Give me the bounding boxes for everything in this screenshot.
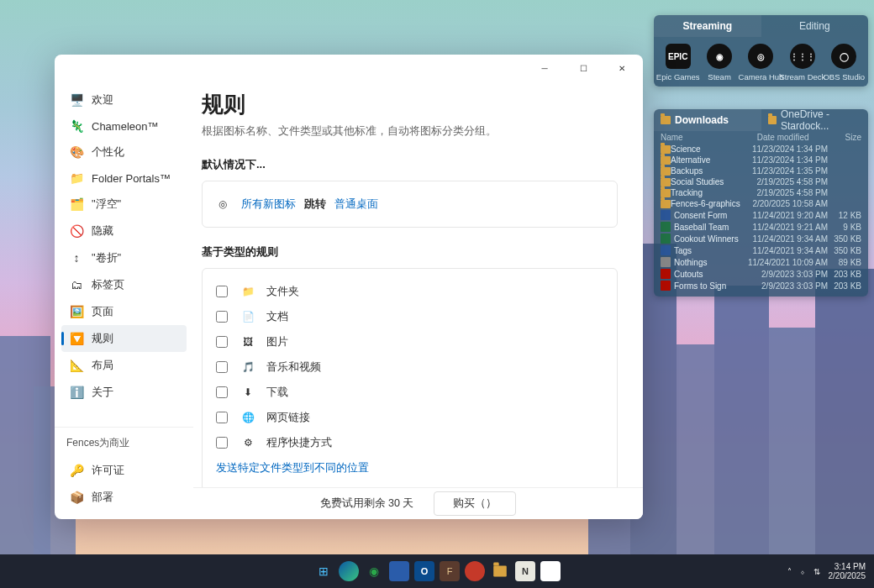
rule-checkbox[interactable] — [216, 336, 228, 348]
tray-icon[interactable]: ⬨ — [800, 567, 805, 576]
fence-tab-downloads[interactable]: Downloads — [654, 109, 761, 131]
sidebar-item[interactable]: 🔽规则 — [61, 325, 187, 352]
file-row[interactable]: Forms to Sign2/9/2023 3:03 PM203 KB — [657, 280, 865, 291]
card-default-rule: ◎ 所有新图标 跳转 普通桌面 — [202, 181, 618, 228]
file-name: Forms to Sign — [674, 281, 761, 291]
file-row[interactable]: Nothings11/24/2021 10:09 AM89 KB — [657, 256, 865, 268]
nav-icon: 🚫 — [70, 224, 83, 238]
file-date: 11/24/2021 9:34 AM — [752, 246, 828, 255]
app-icon[interactable]: O — [414, 561, 434, 581]
fence-app[interactable]: ◎Camera Hub — [740, 44, 781, 81]
file-row[interactable]: Baseball Team11/24/2021 9:21 AM9 KB — [657, 221, 865, 233]
fence-app[interactable]: EPICEpic Games — [658, 44, 698, 81]
app-icon[interactable] — [389, 561, 409, 581]
type-rule-row[interactable]: ⚙程序快捷方式 — [216, 430, 603, 455]
sidebar-item[interactable]: 🔑许可证 — [61, 457, 187, 484]
sidebar-item[interactable]: 📐布局 — [61, 352, 187, 379]
rule-checkbox[interactable] — [216, 386, 228, 398]
fence-app[interactable]: ⋮⋮⋮Stream Deck — [782, 44, 823, 81]
file-explorer-icon[interactable] — [490, 561, 510, 581]
app-icon[interactable]: F — [440, 561, 460, 581]
type-rule-row[interactable]: 🖼图片 — [216, 329, 603, 354]
nav-icon: 📦 — [70, 491, 83, 504]
file-name: Consent Form — [674, 211, 752, 220]
fence-app[interactable]: ◉Steam — [699, 44, 740, 81]
file-row[interactable]: Tracking2/19/2025 4:58 PM — [657, 187, 865, 198]
rule-checkbox[interactable] — [216, 437, 228, 449]
file-name: Tracking — [671, 188, 756, 197]
file-row[interactable]: Backups11/23/2024 1:35 PM — [657, 165, 865, 176]
close-button[interactable]: ✕ — [603, 55, 641, 81]
file-row[interactable]: Social Studies2/19/2025 4:58 PM — [657, 176, 865, 187]
nav-label: 关于 — [92, 385, 113, 400]
fence-app[interactable]: ◯OBS Studio — [824, 44, 864, 81]
sidebar-item[interactable]: 📦部署 — [61, 484, 187, 511]
settings-window: ─ ☐ ✕ 🖥️欢迎🦎Chameleon™🎨个性化📁Folder Portals… — [55, 55, 643, 519]
file-row[interactable]: Consent Form11/24/2021 9:20 AM12 KB — [657, 209, 865, 221]
nav-label: 标签页 — [92, 277, 124, 292]
nav-icon: 📁 — [70, 171, 83, 185]
normal-desktop-link[interactable]: 普通桌面 — [334, 197, 378, 212]
file-date: 11/24/2021 9:34 AM — [752, 234, 828, 244]
start-button[interactable]: ⊞ — [313, 561, 334, 581]
fence-tab-onedrive[interactable]: OneDrive - Stardock... — [761, 109, 869, 131]
type-rule-row[interactable]: ⬇下载 — [216, 380, 603, 405]
sidebar-item[interactable]: 🎨个性化 — [61, 139, 187, 165]
app-label: Stream Deck — [779, 72, 825, 81]
all-new-icons-link[interactable]: 所有新图标 — [241, 197, 296, 212]
app-label: Camera Hub — [739, 72, 784, 81]
app-label: Steam — [708, 72, 730, 81]
taskbar-clock[interactable]: 3:14 PM 2/20/2025 — [829, 562, 866, 580]
taskbar[interactable]: ⊞ ◉ O F N ˄ ⬨ ⇅ 3:14 PM 2/20/2025 — [0, 554, 874, 588]
file-row[interactable]: Cookout Winners11/24/2021 9:34 AM350 KB — [657, 233, 865, 244]
maximize-button[interactable]: ☐ — [564, 55, 603, 81]
rule-checkbox[interactable] — [216, 311, 228, 323]
file-date: 11/24/2021 9:20 AM — [752, 211, 828, 220]
minimize-button[interactable]: ─ — [525, 55, 564, 81]
sidebar-item[interactable]: 🚫隐藏 — [61, 218, 187, 244]
rule-checkbox[interactable] — [216, 412, 228, 423]
file-row[interactable]: Alternative11/23/2024 1:34 PM — [657, 155, 865, 165]
file-row[interactable]: Cutouts2/9/2023 3:03 PM203 KB — [657, 268, 865, 280]
sidebar-item[interactable]: 🖥️欢迎 — [61, 87, 187, 113]
file-row[interactable]: Science11/23/2024 1:34 PM — [657, 144, 865, 155]
rule-checkbox[interactable] — [216, 286, 228, 297]
file-name: Baseball Team — [674, 223, 752, 232]
sidebar-item[interactable]: 🗂️"浮空" — [61, 191, 187, 218]
app-icon[interactable]: ◉ — [364, 561, 384, 581]
file-row[interactable]: Tags11/24/2021 9:34 AM350 KB — [657, 244, 865, 256]
type-rule-row[interactable]: 📁文件夹 — [216, 279, 603, 304]
tray-icon[interactable]: ⇅ — [813, 567, 820, 576]
file-name: Backups — [671, 166, 752, 176]
sidebar-item[interactable]: 📁Folder Portals™ — [61, 165, 187, 191]
sidebar-item[interactable]: 🗂标签页 — [61, 271, 187, 298]
send-filetypes-link[interactable]: 发送特定文件类型到不同的位置 — [216, 460, 369, 475]
file-name: Social Studies — [671, 177, 756, 186]
folder-icon — [661, 116, 671, 124]
nav-label: 欢迎 — [92, 92, 113, 108]
file-icon — [661, 257, 671, 267]
type-rule-row[interactable]: 📄文档 — [216, 304, 603, 329]
buy-button[interactable]: 购买（） — [434, 491, 516, 516]
sidebar-item[interactable]: ℹ️关于 — [61, 379, 187, 406]
sidebar-item[interactable]: ↕"卷折" — [61, 244, 187, 271]
sidebar-item[interactable]: 🖼️页面 — [61, 298, 187, 325]
file-date: 11/24/2021 9:21 AM — [752, 223, 828, 232]
fence-tab-editing[interactable]: Editing — [761, 15, 869, 37]
target-icon: ◎ — [216, 197, 229, 211]
app-icon[interactable]: N — [515, 561, 535, 581]
file-size: 350 KB — [828, 234, 861, 244]
rule-checkbox[interactable] — [216, 361, 228, 373]
tray-chevron-icon[interactable]: ˄ — [787, 567, 792, 576]
app-icon[interactable] — [465, 561, 485, 581]
file-row[interactable]: Fences-6-graphics2/20/2025 10:58 AM — [657, 198, 865, 209]
fence-streaming[interactable]: Streaming Editing EPICEpic Games◉Steam◎C… — [654, 15, 868, 87]
fence-downloads[interactable]: Downloads OneDrive - Stardock... Name Da… — [654, 109, 868, 297]
edge-icon[interactable] — [339, 561, 359, 581]
nav-label: 个性化 — [92, 144, 124, 160]
app-icon[interactable] — [540, 561, 561, 581]
fence-tab-streaming[interactable]: Streaming — [654, 15, 761, 37]
type-rule-row[interactable]: 🌐网页链接 — [216, 405, 603, 430]
type-rule-row[interactable]: 🎵音乐和视频 — [216, 354, 603, 380]
sidebar-item[interactable]: 🦎Chameleon™ — [61, 113, 187, 139]
